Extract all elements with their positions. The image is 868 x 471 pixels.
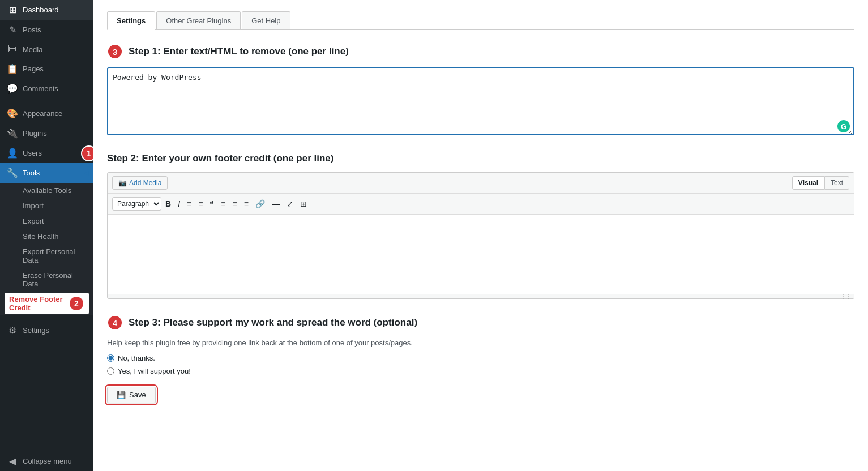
tab-text[interactable]: Text [824,176,849,190]
sidebar-item-tools[interactable]: 🔧 Tools [0,163,93,183]
editor-body[interactable] [108,215,854,294]
sidebar-item-dashboard[interactable]: ⊞ Dashboard [0,0,93,20]
radio-yes-input[interactable] [107,367,114,375]
horizontal-rule-button[interactable]: — [269,198,283,209]
annotation-step3: 4 [107,315,123,331]
sidebar-item-collapse[interactable]: ◀ Collapse menu [0,451,93,471]
radio-yes-label: Yes, I will support you! [118,367,191,375]
add-media-button[interactable]: 📷 Add Media [112,176,168,190]
editor-format-bar: Paragraph B I ≡ ≡ ❝ ≡ ≡ ≡ 🔗 — ⤢ ⊞ [108,194,854,215]
step2-section: Step 2: Enter your own footer credit (on… [107,153,854,299]
media-icon: 🎞 [7,44,18,54]
collapse-icon: ◀ [7,456,18,466]
radio-no-label: No, thanks. [118,354,155,362]
step2-heading: Step 2: Enter your own footer credit (on… [107,153,854,164]
fullscreen-button[interactable]: ⤢ [284,198,296,209]
unordered-list-button[interactable]: ≡ [184,198,194,209]
step1-textarea[interactable]: Powered by WordPress [107,67,854,135]
align-left-button[interactable]: ≡ [218,198,228,209]
posts-icon: ✎ [7,24,18,35]
visual-text-tabs: Visual Text [792,176,849,190]
ordered-list-button[interactable]: ≡ [195,198,206,209]
dashboard-icon: ⊞ [7,5,18,15]
radio-no[interactable]: No, thanks. [107,354,854,362]
wysiwyg-editor: 📷 Add Media Visual Text Paragraph B I ≡ [107,172,854,299]
step3-section: 4 Step 3: Please support my work and spr… [107,315,854,403]
step3-description: Help keep this plugin free by providing … [107,339,854,347]
annotation-1: 1 [81,145,93,161]
tab-get-help[interactable]: Get Help [242,11,290,29]
sidebar-item-users[interactable]: 👤 Users 1 [0,143,93,163]
sidebar-item-comments[interactable]: 💬 Comments [0,79,93,99]
paragraph-select[interactable]: Paragraph [112,197,161,211]
sidebar: ⊞ Dashboard ✎ Posts 🎞 Media 📋 Pages 💬 Co… [0,0,93,471]
sidebar-item-import[interactable]: Import [0,198,93,213]
blockquote-button[interactable]: ❝ [207,198,217,209]
tabs-bar: Settings Other Great Plugins Get Help [107,11,854,30]
sidebar-item-remove-footer-credit[interactable]: Remove Footer Credit 2 [5,293,89,314]
resize-icon: ⋮⋮ [840,293,852,299]
align-center-button[interactable]: ≡ [230,198,240,209]
italic-button[interactable]: I [175,198,183,209]
step3-title: Step 3: Please support my work and sprea… [129,317,417,328]
radio-no-input[interactable] [107,354,114,362]
plugins-icon: 🔌 [7,128,18,139]
save-button[interactable]: 💾 Save [107,387,156,403]
tab-settings[interactable]: Settings [107,11,155,30]
main-content: Settings Other Great Plugins Get Help 3 … [93,0,868,471]
radio-yes[interactable]: Yes, I will support you! [107,367,854,375]
sidebar-divider-2 [0,318,93,318]
grammarly-icon[interactable]: G [837,120,850,132]
step1-title: Step 1: Enter text/HTML to remove (one p… [129,46,349,57]
step1-heading: 3 Step 1: Enter text/HTML to remove (one… [107,44,854,59]
sidebar-item-export-personal-data[interactable]: Export Personal Data [0,244,93,268]
sidebar-item-site-health[interactable]: Site Health [0,229,93,244]
annotation-step1: 3 [107,44,123,59]
save-button-wrap: 💾 Save [107,387,854,403]
users-icon: 👤 [7,148,18,159]
support-radio-group: No, thanks. Yes, I will support you! [107,354,854,375]
appearance-icon: 🎨 [7,108,18,119]
add-media-icon: 📷 [118,179,127,187]
bold-button[interactable]: B [163,198,174,209]
sidebar-item-settings[interactable]: ⚙ Settings [0,320,93,340]
sidebar-item-available-tools[interactable]: Available Tools [0,183,93,198]
pages-icon: 📋 [7,63,18,74]
editor-toolbar-top: 📷 Add Media Visual Text [108,173,854,194]
sidebar-item-erase-personal-data[interactable]: Erase Personal Data [0,268,93,292]
editor-resize-handle[interactable]: ⋮⋮ [108,294,854,298]
step2-title: Step 2: Enter your own footer credit (on… [107,153,334,164]
toolbar-toggle-button[interactable]: ⊞ [297,198,310,209]
sidebar-item-media[interactable]: 🎞 Media [0,40,93,59]
step3-heading: 4 Step 3: Please support my work and spr… [107,315,854,331]
sidebar-divider-1 [0,101,93,101]
align-right-button[interactable]: ≡ [241,198,251,209]
settings-icon: ⚙ [7,325,18,336]
tab-other-plugins[interactable]: Other Great Plugins [156,11,241,29]
tools-icon: 🔧 [7,168,18,178]
link-button[interactable]: 🔗 [253,198,268,209]
content-wrap: Settings Other Great Plugins Get Help 3 … [93,0,868,471]
step1-textarea-wrapper: Powered by WordPress G [107,67,854,137]
comments-icon: 💬 [7,83,18,94]
save-icon: 💾 [117,391,126,399]
sidebar-item-posts[interactable]: ✎ Posts [0,20,93,40]
sidebar-item-pages[interactable]: 📋 Pages [0,59,93,79]
tools-submenu: Available Tools Import Export Site Healt… [0,183,93,315]
annotation-2: 2 [69,296,84,311]
tab-visual[interactable]: Visual [792,176,824,190]
sidebar-item-export[interactable]: Export [0,213,93,229]
sidebar-item-appearance[interactable]: 🎨 Appearance [0,104,93,123]
sidebar-item-plugins[interactable]: 🔌 Plugins [0,123,93,143]
